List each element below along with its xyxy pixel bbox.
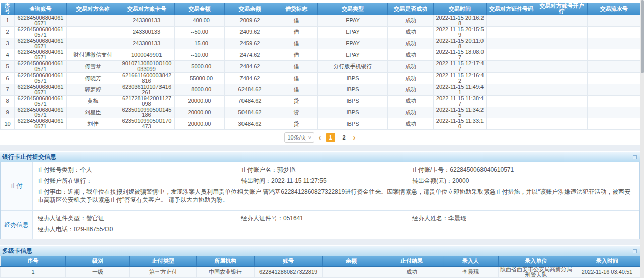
- table-cell: 成功: [388, 95, 434, 107]
- table-cell: 成功: [388, 84, 434, 95]
- stop-payment-info-box: 止付 止付账号类别：个人 止付账户名：郭梦艳 止付账/卡号：6228450068…: [0, 162, 640, 239]
- table-cell: [588, 61, 640, 73]
- table-cell: 3: [1, 38, 15, 49]
- table-cell: 70484.62: [225, 95, 275, 107]
- field-operator-name: 经办人姓名：李晨琨: [412, 214, 639, 223]
- collapse-icon[interactable]: [633, 155, 637, 159]
- table-cell: 借: [275, 49, 318, 61]
- table-cell: [588, 118, 640, 130]
- table-row: 106228450068040610571刘佳62350109905001704…: [1, 118, 640, 130]
- field-operator-cert-type: 经办人证件类型：警官证: [38, 214, 241, 223]
- table-cell: 6235010990500145186: [119, 107, 175, 118]
- table-cell: IBPS: [318, 73, 388, 84]
- table-cell: 6228450068040610571: [15, 95, 67, 107]
- column-header: 级别: [66, 256, 130, 266]
- field-card-no: 止付账/卡号：6228450068040610571: [412, 166, 639, 174]
- multi-card-table: 序号级别止付类型所属机构账号余额止付结果录入人录入单位录入时间 1一级第三方止付…: [0, 256, 640, 278]
- column-header: 交易余额: [225, 3, 275, 15]
- section-title-text: 银行卡止付提交信息: [2, 153, 56, 160]
- table-cell: 6: [1, 73, 15, 84]
- table-cell: 6228450068040610571: [15, 49, 67, 61]
- column-header: 交易对方账卡号: [119, 3, 175, 15]
- table-cell: 50484.62: [225, 107, 275, 118]
- table-cell: 借: [275, 61, 318, 73]
- next-page-button[interactable]: ›: [353, 133, 356, 142]
- table-cell: 6228450068040610571: [15, 38, 67, 49]
- table-row: 96228450068040610571刘星臣62350109905001451…: [1, 107, 640, 118]
- table-cell: EPAY: [318, 49, 388, 61]
- table-cell: 1000049901: [119, 49, 175, 61]
- pagination: 10条/页 ∨ ‹ 1 2 ›: [0, 130, 640, 145]
- field-account-name: 止付账户名：郭梦艳: [241, 166, 412, 174]
- table-cell: 借: [275, 38, 318, 49]
- table-cell: [536, 118, 588, 130]
- collapse-icon[interactable]: [633, 249, 637, 253]
- table-cell: [323, 266, 380, 278]
- table-cell: 243300133: [119, 15, 175, 27]
- column-header: 交易对方名称: [67, 3, 119, 15]
- table-cell: 2022-11-15 11:34:25: [434, 107, 487, 118]
- column-header: 交易金额: [175, 3, 225, 15]
- table-cell: 成功: [388, 107, 434, 118]
- field-value: 6228450068040610571: [450, 166, 514, 173]
- stop-payment-section-title: 银行卡止付提交信息: [0, 151, 640, 162]
- column-header: 止付类型: [130, 256, 197, 266]
- page-size-select[interactable]: 10条/页 ∨: [284, 132, 314, 143]
- field-value: 李晨琨: [448, 215, 466, 222]
- field-value: 029-86755430: [74, 226, 113, 233]
- table-cell: 郭梦婷: [67, 84, 119, 95]
- table-cell: [487, 49, 536, 61]
- table-cell: 何雪琴: [67, 61, 119, 73]
- table-cell: 2022-11-16 03:40:51: [574, 266, 640, 278]
- column-header: 止付结果: [380, 256, 443, 266]
- table-cell: [536, 73, 588, 84]
- table-cell: [67, 38, 119, 49]
- page-button-1[interactable]: 1: [326, 133, 335, 142]
- table-cell: [536, 15, 588, 27]
- table-cell: 6228450068040610571: [15, 26, 67, 38]
- scrollbar-thumb[interactable]: [641, 0, 644, 73]
- column-header: 查询账号: [15, 3, 67, 15]
- page-button-2[interactable]: 2: [340, 133, 349, 142]
- table-cell: 20000.00: [175, 95, 225, 107]
- table-cell: IBPS: [318, 118, 388, 130]
- table-cell: 4: [1, 49, 15, 61]
- field-bank: 止付账户所在银行：: [38, 177, 241, 185]
- column-header: 所属机构: [197, 256, 255, 266]
- table-cell: 成功: [388, 61, 434, 73]
- table-cell: 6228450068040610571: [15, 84, 67, 95]
- table-cell: 6217281942001127098: [119, 95, 175, 107]
- table-cell: [67, 26, 119, 38]
- column-header: 序号: [1, 256, 66, 266]
- column-header: 交易类型: [318, 3, 388, 15]
- table-cell: 成功: [380, 266, 443, 278]
- field-label: 转出金额(元)：: [412, 177, 452, 184]
- vertical-scrollbar[interactable]: [640, 0, 644, 278]
- table-cell: 借: [275, 84, 318, 95]
- group-label-operator: 经办信息: [1, 211, 33, 239]
- table-cell: 6228450068040610571: [15, 118, 67, 130]
- table-cell: 第三方止付: [130, 266, 197, 278]
- table-cell: EPAY: [318, 15, 388, 27]
- table-cell: 2022-11-15 11:49:41: [434, 84, 487, 95]
- field-value: 051641: [283, 215, 303, 222]
- field-label: 经办人证件号：: [241, 215, 283, 222]
- group-label-stop: 止付: [1, 162, 33, 210]
- column-header: 录入人: [443, 256, 499, 266]
- table-cell: 9010713080100100033099: [119, 61, 175, 73]
- table-cell: 借: [275, 15, 318, 27]
- prev-page-button[interactable]: ‹: [319, 133, 321, 142]
- table-row: 66228450068040610571何晓芳62166116000038428…: [1, 73, 640, 84]
- table-cell: [536, 38, 588, 49]
- multi-card-section-title: 多级卡信息: [0, 245, 640, 256]
- table-cell: [588, 107, 640, 118]
- table-cell: 刘星臣: [67, 107, 119, 118]
- table-row: 26228450068040610571243300133--50.002409…: [1, 26, 640, 38]
- table-cell: 6228450068040610571: [15, 107, 67, 118]
- table-row: 76228450068040610571郭梦婷62303611010734162…: [1, 84, 640, 95]
- table-cell: --55000.00: [175, 73, 225, 84]
- table-cell: [588, 73, 640, 84]
- table-cell: 6228450068040610571: [15, 61, 67, 73]
- spacer: [0, 145, 640, 151]
- table-cell: [67, 15, 119, 27]
